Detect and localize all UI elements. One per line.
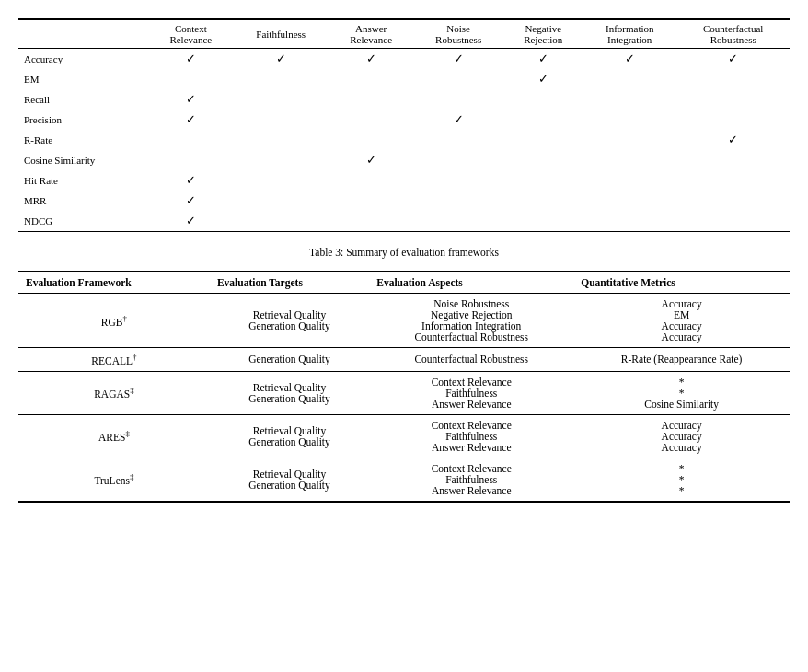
- metric-row-name: Accuracy: [18, 49, 149, 70]
- metric-check-cell: [503, 89, 583, 110]
- fw-col-header-aspects: Evaluation Aspects: [369, 272, 573, 294]
- col-header-context-relevance: ContextRelevance: [149, 19, 234, 49]
- fw-metrics: ***: [573, 458, 790, 502]
- fw-col-header-targets: Evaluation Targets: [210, 272, 369, 294]
- fw-col-header-metrics: Quantitative Metrics: [573, 272, 790, 294]
- metric-check-cell: [583, 69, 676, 89]
- metric-check-cell: ✓: [149, 191, 234, 211]
- metrics-matrix-table: ContextRelevance Faithfulness AnswerRele…: [18, 18, 790, 232]
- fw-framework-name: RGB†: [18, 294, 210, 348]
- metric-check-cell: [329, 69, 413, 89]
- metric-check-cell: [233, 170, 329, 191]
- col-header-information-integration: InformationIntegration: [583, 19, 676, 49]
- metric-check-cell: [233, 130, 329, 150]
- metric-check-cell: ✓: [329, 150, 413, 170]
- metric-check-cell: ✓: [149, 89, 234, 110]
- metric-check-cell: ✓: [149, 110, 234, 130]
- metric-check-cell: [503, 130, 583, 150]
- metric-check-cell: [233, 191, 329, 211]
- metric-check-cell: [676, 170, 790, 191]
- metric-check-cell: [329, 89, 413, 110]
- metric-row-name: Precision: [18, 110, 149, 130]
- col-header-metric: [18, 19, 149, 49]
- metric-check-cell: [503, 150, 583, 170]
- metric-check-cell: ✓: [583, 49, 676, 70]
- metric-check-cell: ✓: [676, 49, 790, 70]
- metric-row-name: NDCG: [18, 211, 149, 232]
- table-caption: Table 3: Summary of evaluation framework…: [18, 247, 790, 258]
- metric-check-cell: ✓: [503, 69, 583, 89]
- metric-check-cell: [233, 69, 329, 89]
- metric-check-cell: [329, 130, 413, 150]
- metric-check-cell: [413, 130, 503, 150]
- fw-aspects: Counterfactual Robustness: [369, 348, 573, 372]
- metric-row-name: EM: [18, 69, 149, 89]
- fw-metrics: AccuracyAccuracyAccuracy: [573, 414, 790, 458]
- metric-check-cell: [676, 211, 790, 232]
- metric-check-cell: [329, 170, 413, 191]
- metric-check-cell: [676, 69, 790, 89]
- fw-metrics: R-Rate (Reappearance Rate): [573, 348, 790, 372]
- metric-check-cell: [329, 110, 413, 130]
- metric-check-cell: [413, 170, 503, 191]
- metric-row-name: Cosine Similarity: [18, 150, 149, 170]
- col-header-answer-relevance: AnswerRelevance: [329, 19, 413, 49]
- fw-framework-name: TruLens‡: [18, 458, 210, 502]
- metric-check-cell: [676, 191, 790, 211]
- metric-check-cell: ✓: [413, 49, 503, 70]
- framework-table: Evaluation Framework Evaluation Targets …: [18, 271, 790, 503]
- metric-check-cell: [149, 69, 234, 89]
- fw-framework-name: ARES‡: [18, 414, 210, 458]
- metric-check-cell: ✓: [676, 130, 790, 150]
- metric-check-cell: [233, 110, 329, 130]
- col-header-noise-robustness: NoiseRobustness: [413, 19, 503, 49]
- fw-aspects: Noise RobustnessNegative RejectionInform…: [369, 294, 573, 348]
- metric-check-cell: [149, 130, 234, 150]
- fw-targets: Retrieval QualityGeneration Quality: [210, 371, 369, 414]
- col-header-counterfactual-robustness: CounterfactualRobustness: [676, 19, 790, 49]
- fw-targets: Retrieval QualityGeneration Quality: [210, 458, 369, 502]
- fw-aspects: Context RelevanceFaithfulnessAnswer Rele…: [369, 414, 573, 458]
- metric-row-name: R-Rate: [18, 130, 149, 150]
- metric-check-cell: [676, 150, 790, 170]
- metric-check-cell: [583, 170, 676, 191]
- metric-check-cell: [503, 211, 583, 232]
- metric-check-cell: [413, 150, 503, 170]
- fw-aspects: Context RelevanceFaithfulnessAnswer Rele…: [369, 458, 573, 502]
- metric-check-cell: [233, 211, 329, 232]
- col-header-negative-rejection: NegativeRejection: [503, 19, 583, 49]
- metric-check-cell: [413, 69, 503, 89]
- metric-row-name: Recall: [18, 89, 149, 110]
- metric-check-cell: [583, 150, 676, 170]
- metric-check-cell: [583, 191, 676, 211]
- metric-check-cell: [329, 211, 413, 232]
- fw-metrics: AccuracyEMAccuracyAccuracy: [573, 294, 790, 348]
- metric-check-cell: [503, 110, 583, 130]
- metric-check-cell: [149, 150, 234, 170]
- metric-check-cell: ✓: [149, 49, 234, 70]
- metric-check-cell: ✓: [503, 49, 583, 70]
- fw-targets: Generation Quality: [210, 348, 369, 372]
- metric-check-cell: [676, 89, 790, 110]
- metric-check-cell: [503, 191, 583, 211]
- metric-row-name: Hit Rate: [18, 170, 149, 191]
- fw-targets: Retrieval QualityGeneration Quality: [210, 294, 369, 348]
- col-header-faithfulness: Faithfulness: [233, 19, 329, 49]
- metric-check-cell: [413, 89, 503, 110]
- metric-check-cell: [233, 150, 329, 170]
- metric-check-cell: [583, 89, 676, 110]
- metric-check-cell: [329, 191, 413, 211]
- metric-check-cell: [583, 110, 676, 130]
- metric-check-cell: [583, 211, 676, 232]
- metric-check-cell: [413, 191, 503, 211]
- metric-check-cell: [503, 170, 583, 191]
- fw-framework-name: RAGAS‡: [18, 371, 210, 414]
- metric-check-cell: ✓: [233, 49, 329, 70]
- metric-check-cell: [676, 110, 790, 130]
- metric-check-cell: ✓: [149, 211, 234, 232]
- fw-col-header-framework: Evaluation Framework: [18, 272, 210, 294]
- fw-framework-name: RECALL†: [18, 348, 210, 372]
- metric-check-cell: ✓: [329, 49, 413, 70]
- fw-targets: Retrieval QualityGeneration Quality: [210, 414, 369, 458]
- fw-aspects: Context RelevanceFaithfulnessAnswer Rele…: [369, 371, 573, 414]
